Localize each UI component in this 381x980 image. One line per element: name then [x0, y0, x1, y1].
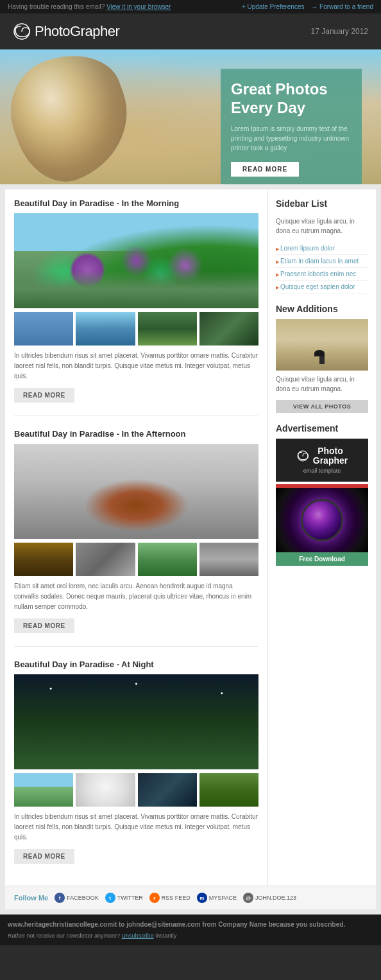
- view-all-photos-button[interactable]: VIEW ALL PHOTOS: [276, 400, 368, 413]
- article-3-title: Beautiful Day in Paradise - At Night: [14, 660, 258, 669]
- thumb-3-3: [138, 773, 197, 807]
- article-1: Beautiful Day in Paradise - In the Morni…: [14, 198, 258, 416]
- twitter-item[interactable]: t TWITTER: [105, 893, 143, 903]
- article-2-main-image: [14, 444, 258, 539]
- follow-label: Follow Me: [14, 894, 48, 902]
- hero-description: Lorem Ipsum is simply dummy text of the …: [231, 124, 351, 153]
- article-2-text: Etiam sit amet orci lorem, nec iaculis a…: [14, 581, 258, 612]
- article-1-title: Beautiful Day in Paradise - In the Morni…: [14, 198, 258, 208]
- thumb-1-4: [199, 312, 258, 346]
- forward-link[interactable]: → Forward to a friend: [311, 3, 373, 10]
- top-bar: Having trouble reading this email? View …: [0, 0, 381, 13]
- hero-overlay: Great PhotosEvery Day Lorem Ipsum is sim…: [221, 69, 362, 184]
- article-2-title: Beautiful Day in Paradise - In the After…: [14, 429, 258, 439]
- sidebar-list-item-2[interactable]: Etiam in diam lacus in amet: [276, 255, 368, 268]
- article-2: Beautiful Day in Paradise - In the After…: [14, 429, 258, 647]
- rss-label: RSS FEED: [162, 895, 190, 901]
- twitter-label: TWITTER: [117, 895, 143, 901]
- twitter-icon: t: [105, 893, 115, 903]
- facebook-label: FACEBOOK: [67, 895, 99, 901]
- trouble-text: Having trouble reading this email? View …: [8, 3, 171, 10]
- email-icon: @: [243, 893, 253, 903]
- update-preferences-link[interactable]: + Update Preferences: [242, 3, 305, 10]
- sidebar-list: Lorem lipsum dolor Etiam in diam lacus i…: [276, 242, 368, 293]
- facebook-item[interactable]: f FACEBOOK: [55, 893, 99, 903]
- hero-title: Great PhotosEvery Day: [231, 80, 351, 118]
- thumb-3-4: [199, 773, 258, 807]
- sidebar-list-item-3[interactable]: Praesent lobortis enim nec: [276, 268, 368, 281]
- email-label: JOHN.DOE.123: [255, 895, 296, 901]
- article-1-text: In ultricles bibendum risus sit amet pla…: [14, 351, 258, 381]
- rss-item[interactable]: r RSS FEED: [149, 893, 190, 903]
- thumb-3-1: [14, 773, 73, 807]
- main-wrapper: Beautiful Day in Paradise - In the Morni…: [0, 184, 381, 914]
- thumb-2-4: [199, 543, 258, 576]
- unsubscribe-link[interactable]: Unsubscribe: [122, 932, 154, 939]
- thumb-1-2: [76, 312, 135, 346]
- article-3: Beautiful Day in Paradise - At Night In …: [14, 660, 258, 877]
- view-in-browser-link[interactable]: View it in your browser: [106, 3, 171, 10]
- follow-bar: Follow Me f FACEBOOK t TWITTER r RSS FEE…: [5, 886, 376, 909]
- article-1-thumbnails: [14, 312, 258, 346]
- ad-free-download[interactable]: Free Download: [276, 552, 368, 566]
- logo: PhotoGrapher: [13, 22, 119, 40]
- thumb-2-2: [76, 543, 135, 576]
- left-column: Beautiful Day in Paradise - In the Morni…: [5, 189, 268, 886]
- hero-read-more-button[interactable]: READ MORE: [231, 162, 299, 177]
- logo-text: PhotoGrapher: [35, 23, 119, 40]
- thumb-3-2: [76, 773, 135, 807]
- new-additions-desc: Quisque vitae ligula arcu, in dona eu ru…: [276, 374, 368, 394]
- main-inner: Beautiful Day in Paradise - In the Morni…: [5, 189, 376, 886]
- sidebar-list-desc: Quisque vitae ligula arcu, in dona eu ru…: [276, 216, 368, 236]
- ad-logo-text: PhotoGrapher: [313, 446, 348, 466]
- thumb-1-3: [138, 312, 197, 346]
- footer-site: www.heritagechristiancollege.comit to jo…: [8, 920, 373, 930]
- sidebar-list-item-4[interactable]: Quisque eget sapien dolor: [276, 281, 368, 293]
- ad-box: PhotoGrapher email template: [276, 439, 368, 482]
- sidebar-list-title: Sidebar List: [276, 198, 368, 211]
- hero-banner: Great PhotosEvery Day Lorem Ipsum is sim…: [0, 49, 381, 184]
- thumb-2-3: [138, 543, 197, 576]
- header: PhotoGrapher 17 January 2012: [0, 13, 381, 49]
- email-item[interactable]: @ JOHN.DOE.123: [243, 893, 296, 903]
- article-3-text: In ultricles bibendum risus sit amet pla…: [14, 812, 258, 843]
- myspace-item[interactable]: m MYSPACE: [197, 893, 237, 903]
- ad-logo-sub: email template: [284, 468, 360, 474]
- footer-unsub-line: Rather not receive our newsletter anymor…: [8, 931, 373, 940]
- advertisement-title: Advertisement: [276, 423, 368, 433]
- article-2-read-more-button[interactable]: READ MORE: [14, 618, 74, 633]
- sidebar-list-item-1[interactable]: Lorem lipsum dolor: [276, 242, 368, 255]
- article-3-main-image: [14, 674, 258, 769]
- header-date: 17 January 2012: [311, 27, 368, 36]
- top-links: + Update Preferences → Forward to a frie…: [242, 3, 373, 10]
- right-sidebar: Sidebar List Quisque vitae ligula arcu, …: [268, 189, 376, 886]
- ad-logo-icon: [296, 450, 309, 462]
- bottom-footer: www.heritagechristiancollege.comit to jo…: [0, 914, 381, 945]
- new-additions-title: New Additions: [276, 304, 368, 314]
- article-2-thumbnails: [14, 543, 258, 576]
- article-3-thumbnails: [14, 773, 258, 807]
- logo-icon: [13, 22, 31, 40]
- rss-icon: r: [149, 893, 160, 903]
- article-3-read-more-button[interactable]: READ MORE: [14, 849, 74, 864]
- new-additions-image: [276, 319, 368, 371]
- ad-lens-image: [276, 488, 368, 552]
- article-1-read-more-button[interactable]: READ MORE: [14, 388, 74, 403]
- myspace-label: MYSPACE: [209, 895, 237, 901]
- thumb-1-1: [14, 312, 73, 346]
- myspace-icon: m: [197, 893, 207, 903]
- thumb-2-1: [14, 543, 73, 576]
- article-1-main-image: [14, 213, 258, 308]
- facebook-icon: f: [55, 893, 65, 903]
